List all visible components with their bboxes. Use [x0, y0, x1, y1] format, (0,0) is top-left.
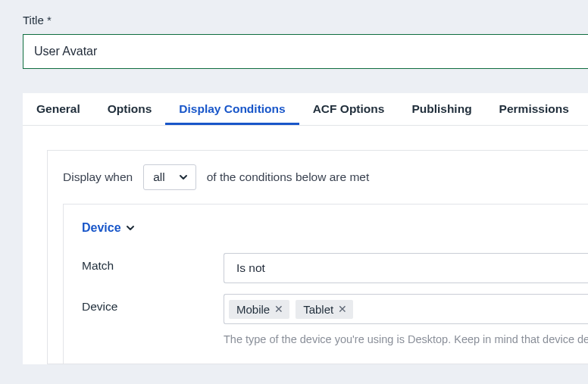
- device-help-text: The type of the device you're using is D…: [224, 333, 588, 345]
- device-tag: Tablet ✕: [296, 300, 353, 319]
- tabs: General Options Display Conditions ACF O…: [23, 93, 588, 126]
- match-row: Match Is not: [82, 253, 588, 283]
- remove-icon[interactable]: ✕: [338, 304, 347, 314]
- match-label: Match: [82, 253, 224, 273]
- device-row: Device Mobile ✕ Tablet ✕ The type of the…: [82, 294, 588, 345]
- title-input[interactable]: [23, 34, 588, 69]
- conditions-header: Display when all of the conditions below…: [48, 151, 588, 204]
- tab-display-conditions[interactable]: Display Conditions: [165, 93, 299, 125]
- match-select[interactable]: Is not: [224, 253, 588, 283]
- rule-title[interactable]: Device: [82, 221, 135, 235]
- conditions-group: Display when all of the conditions below…: [47, 150, 588, 364]
- tab-acf-options[interactable]: ACF Options: [299, 93, 399, 125]
- match-value: Is not: [236, 261, 265, 275]
- chevron-down-icon: [179, 173, 188, 182]
- tab-general[interactable]: General: [23, 93, 94, 125]
- condition-rule: Device Match Is not Device: [63, 204, 588, 364]
- mode-value: all: [153, 170, 165, 184]
- device-tag: Mobile ✕: [229, 300, 289, 319]
- device-tag-label: Tablet: [303, 303, 333, 316]
- tab-permissions[interactable]: Permissions: [486, 93, 583, 125]
- device-tag-label: Mobile: [236, 303, 270, 316]
- settings-panel: General Options Display Conditions ACF O…: [23, 93, 588, 364]
- display-when-prefix: Display when: [63, 170, 133, 184]
- display-when-suffix: of the conditions below are met: [207, 170, 370, 184]
- title-label: Title *: [23, 14, 588, 27]
- rule-title-text: Device: [82, 221, 121, 235]
- device-select[interactable]: Mobile ✕ Tablet ✕: [224, 294, 588, 324]
- device-label: Device: [82, 294, 224, 314]
- tab-publishing[interactable]: Publishing: [398, 93, 485, 125]
- mode-select[interactable]: all: [143, 164, 196, 190]
- remove-icon[interactable]: ✕: [274, 304, 283, 314]
- chevron-down-icon: [126, 223, 135, 233]
- tab-options[interactable]: Options: [94, 93, 166, 125]
